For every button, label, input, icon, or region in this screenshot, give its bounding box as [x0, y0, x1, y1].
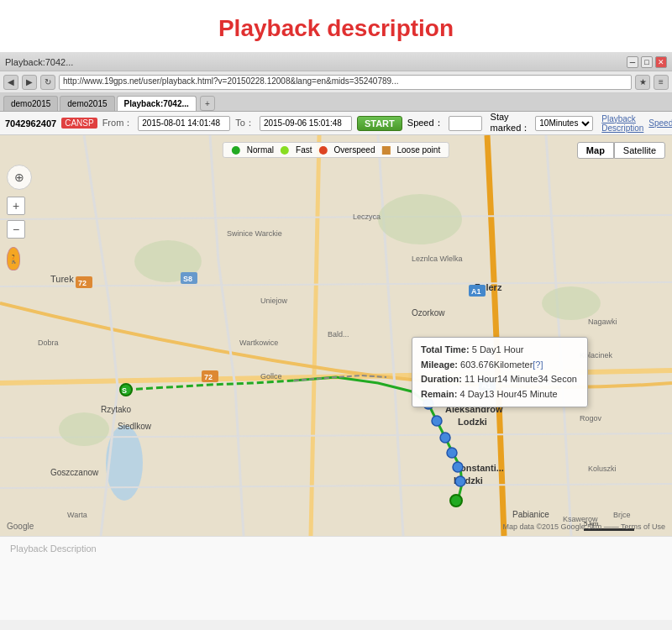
svg-text:Turek: Turek: [50, 274, 74, 284]
info-popup: Total Time: 5 Day1 Hour Mileage: 603.676…: [412, 337, 588, 407]
svg-point-52: [453, 462, 463, 472]
map-legend: Normal Fast Overspeed Loose point: [223, 142, 449, 158]
window-chrome: Playback:7042... ─ □ ✕: [0, 53, 672, 71]
total-time-label: Total Time:: [421, 344, 470, 354]
minimize-button[interactable]: ─: [627, 56, 638, 68]
svg-point-53: [455, 476, 465, 486]
back-button[interactable]: ◀: [3, 75, 18, 90]
svg-text:Lodzki: Lodzki: [458, 417, 487, 427]
svg-text:72: 72: [204, 373, 213, 381]
svg-point-6: [542, 286, 601, 320]
tab-bar: demo2015 demo2015 Playback:7042... +: [0, 93, 672, 112]
svg-text:Swinice Warckie: Swinice Warckie: [227, 229, 282, 238]
satellite-button[interactable]: Satellite: [614, 142, 665, 159]
svg-text:S: S: [122, 386, 127, 395]
google-logo: Google: [7, 522, 34, 531]
playback-desc-label: Playback Description: [601, 114, 643, 133]
page-title: Playback description: [218, 15, 454, 41]
legend-loose-dot: [381, 146, 390, 155]
duration-label: Duration:: [421, 374, 462, 384]
url-bar[interactable]: http://www.19gps.net/user/playback.html?…: [59, 75, 632, 90]
map-controls: ⊕ + − 🚶: [7, 165, 32, 270]
svg-text:Leznlca Wlelka: Leznlca Wlelka: [412, 255, 463, 263]
svg-point-54: [450, 495, 462, 507]
svg-text:72: 72: [78, 279, 87, 287]
svg-text:S8: S8: [183, 275, 192, 283]
speed-tab[interactable]: Speed: [648, 118, 672, 128]
svg-text:Siedlkow: Siedlkow: [118, 422, 152, 431]
svg-point-49: [432, 416, 442, 426]
mileage-label: Mileage:: [421, 360, 458, 370]
forward-button[interactable]: ▶: [22, 75, 37, 90]
start-button[interactable]: START: [357, 116, 402, 131]
remain-value: 4 Day13 Hour45 Minute: [459, 389, 557, 399]
device-id: 7042962407: [5, 118, 56, 129]
stay-marked-label: Stay marked：: [491, 112, 531, 134]
svg-text:Goszczanow: Goszczanow: [50, 468, 99, 477]
pegman-control[interactable]: 🚶: [7, 247, 20, 270]
svg-text:Pabianice: Pabianice: [512, 510, 549, 519]
legend-overspeed-dot: [319, 146, 328, 155]
svg-point-50: [440, 433, 450, 443]
pan-control[interactable]: ⊕: [7, 165, 32, 190]
svg-text:Gollce: Gollce: [260, 372, 282, 381]
close-button[interactable]: ✕: [655, 56, 667, 68]
mileage-note[interactable]: [?]: [533, 360, 543, 370]
svg-text:Bald...: Bald...: [328, 330, 349, 339]
tab-demo2015-1[interactable]: demo2015: [3, 96, 58, 111]
zoom-out-button[interactable]: −: [7, 220, 25, 239]
legend-normal-dot: [232, 146, 240, 155]
svg-text:Warta: Warta: [67, 511, 87, 519]
legend-overspeed-label: Overspeed: [334, 145, 375, 155]
svg-point-7: [59, 412, 109, 446]
map-background: Turek Dobra Rzytako Siedlkow Goszczanow …: [0, 135, 672, 536]
map-attribution: Map data ©2015 Google 5km —— Terms of Us…: [502, 522, 665, 531]
map-button[interactable]: Map: [577, 142, 614, 159]
svg-text:Nagawki: Nagawki: [588, 318, 617, 326]
bottom-status: Playback Description: [10, 543, 97, 554]
svg-text:Leczyca: Leczyca: [353, 213, 381, 221]
svg-text:Dobra: Dobra: [38, 339, 59, 347]
maximize-button[interactable]: □: [641, 56, 653, 68]
settings-button[interactable]: ≡: [654, 75, 669, 90]
legend-normal-label: Normal: [247, 145, 274, 155]
window-controls: ─ □ ✕: [627, 56, 667, 68]
map-type-buttons: Map Satellite: [577, 142, 665, 159]
legend-fast-dot: [281, 146, 289, 155]
from-input[interactable]: [138, 116, 230, 131]
remain-label: Remain:: [421, 389, 457, 399]
svg-text:Wartkowice: Wartkowice: [239, 339, 278, 347]
zoom-in-button[interactable]: +: [7, 197, 25, 215]
refresh-button[interactable]: ↻: [40, 75, 55, 90]
window-title: Playback:7042...: [5, 57, 73, 67]
tab-playback[interactable]: Playback:7042...: [117, 96, 197, 111]
svg-text:Ozorkow: Ozorkow: [412, 308, 445, 318]
total-time-value: 5 Day1 Hour: [472, 344, 524, 354]
toolbar: 7042962407 CANSP From： To： START Speed： …: [0, 112, 672, 135]
stay-marked-select[interactable]: 10Minutes: [535, 116, 593, 131]
star-button[interactable]: ★: [635, 75, 650, 90]
svg-text:Koluszki: Koluszki: [588, 465, 617, 473]
legend-loose-label: Loose point: [396, 145, 440, 155]
tab-demo2015-2[interactable]: demo2015: [60, 96, 114, 111]
bottom-area: Playback Description: [0, 536, 672, 620]
svg-text:Rzytako: Rzytako: [101, 405, 132, 414]
device-label: CANSP: [61, 118, 97, 129]
to-label: To：: [235, 117, 255, 129]
from-label: From：: [102, 117, 134, 129]
svg-text:Rogov: Rogov: [580, 414, 602, 423]
page-title-area: Playback description: [0, 0, 672, 53]
map-container[interactable]: Turek Dobra Rzytako Siedlkow Goszczanow …: [0, 135, 672, 536]
to-input[interactable]: [260, 116, 352, 131]
legend-fast-label: Fast: [296, 145, 312, 155]
speed-label: Speed：: [407, 117, 444, 129]
svg-point-5: [378, 194, 462, 244]
svg-point-51: [447, 448, 457, 458]
svg-text:A1: A1: [471, 287, 481, 296]
browser-bar: ◀ ▶ ↻ http://www.19gps.net/user/playback…: [0, 71, 672, 93]
mileage-value: 603.676Kilometer: [460, 360, 533, 370]
speed-input[interactable]: [449, 116, 482, 131]
duration-value: 11 Hour14 Minute34 Secon: [465, 374, 577, 384]
new-tab-button[interactable]: +: [200, 96, 215, 111]
svg-text:Brjce: Brjce: [613, 511, 631, 519]
